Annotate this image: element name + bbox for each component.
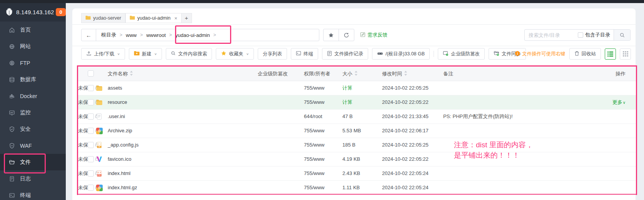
header-note: 备注 [443,67,453,81]
breadcrumb-root[interactable]: 根目录 [101,32,116,38]
file-name[interactable]: _app.config.js [108,138,138,152]
modified-time: 2024-10-02 22:05:24 [382,181,429,195]
file-manager-card: yudao-server yudao-ui-admin × + ← 根目录 > … [72,8,636,200]
sidebar-item-home[interactable]: 首页 [0,22,66,38]
share-list-button[interactable]: 分享列表 [258,48,287,60]
file-name[interactable]: favicon.ico [108,152,131,166]
header-size[interactable]: 大小 [342,67,358,81]
sidebar-item-ftp[interactable]: FTP [0,55,66,71]
breadcrumb-current-dir[interactable]: yudao-ui-admin [175,32,210,38]
size-calc-link[interactable]: 计算 [342,81,352,95]
file-name[interactable]: index.html [108,167,130,180]
file-name[interactable]: assets [108,81,122,95]
info-icon [515,51,520,57]
svg-text:JS: JS [98,146,100,148]
folder-icon [130,15,135,21]
upload-download-button[interactable]: 上传/下载 ∨ [81,48,125,60]
favorite-star-button[interactable] [324,29,339,41]
row-checkbox[interactable] [88,128,94,134]
feedback-link[interactable]: 需求反馈 [360,29,387,41]
refresh-button[interactable] [339,29,354,41]
file-name[interactable]: Archive.zip [108,124,132,138]
file-name[interactable]: .user.ini [108,110,125,123]
message-count-badge[interactable]: 0 [56,8,66,16]
sidebar-item-database[interactable]: 数据库 [0,71,66,88]
tamper-status[interactable]: 未保护 [78,110,636,123]
list-view-button[interactable] [605,48,616,60]
toolbar-right: 文件操作可使用右键 回收站 [515,48,631,60]
search-input[interactable] [525,32,578,38]
sidebar-item-files[interactable]: 文件 [0,154,66,170]
html-file-icon: HTML [96,170,103,177]
favorites-button[interactable]: 收藏夹 ∨ [216,48,254,60]
table-row[interactable]: HTML index.html 未保护 755/www 2.43 KB 2024… [78,167,636,181]
folder-icon [85,15,91,21]
recycle-bin-button[interactable]: 回收站 [569,48,601,60]
header-filename[interactable]: 文件名称 [108,67,133,81]
sidebar-item-waf[interactable]: WAF [0,137,66,154]
permission: 755/www [304,124,324,138]
tamper-status[interactable]: 未保护 [78,138,636,152]
sidebar-item-docker[interactable]: Docker [0,88,66,104]
tamper-proof-button[interactable]: 企业级防篡改 [438,48,485,60]
content-search-button[interactable]: 文件内容搜索 [166,48,212,60]
table-row[interactable]: index.html.gz 未保护 755/www 1.11 KB 2024-1… [78,181,636,195]
trash-icon [574,51,579,57]
tamper-status[interactable]: 未保护 [78,95,636,109]
chevron-down-icon: ∨ [117,52,120,56]
header-mtime[interactable]: 修改时间 [382,67,407,81]
folder-icon [96,85,103,92]
back-button[interactable]: ← [82,29,96,41]
table-row[interactable]: .user.ini 未保护 644/root 47 B 2024-10-02 2… [78,110,636,124]
sort-icon[interactable] [130,67,133,81]
sidebar-item-security[interactable]: 安全 [0,121,66,137]
table-row[interactable]: assets 未保护 755/www 计算 2024-10-02 22:05:2… [78,81,636,95]
row-checkbox[interactable] [88,170,94,177]
note: PS: PHP用户配置文件(防跨站)! [443,110,513,123]
sort-icon[interactable] [354,67,358,81]
row-checkbox[interactable] [88,185,94,191]
row-checkbox[interactable] [88,142,94,148]
breadcrumb-wwwroot[interactable]: wwwroot [146,32,166,38]
table-row[interactable]: JS _app.config.js 未保护 755/www 185 B 2024… [78,138,636,152]
table-row[interactable]: favicon.ico 未保护 755/www 4.19 KB 2024-10-… [78,152,636,167]
sidebar-item-monitor[interactable]: 监控 [0,104,66,121]
row-checkbox[interactable] [88,113,94,120]
website-icon [9,43,15,50]
include-subdir-option[interactable]: 包含子目录 [578,32,614,38]
select-all-checkbox[interactable] [88,70,94,77]
sidebar-item-terminal[interactable]: 终端 [0,187,66,200]
permission: 755/www [304,81,324,95]
row-checkbox[interactable] [88,99,94,105]
sort-icon[interactable] [404,67,407,81]
terminal-button[interactable]: 终端 [291,48,318,60]
close-tab-icon[interactable]: × [174,15,177,21]
table-row[interactable]: Archive.zip 未保护 755/www 5.53 MB 2024-10-… [78,124,636,138]
tab-yudao-ui-admin[interactable]: yudao-ui-admin × [125,13,182,23]
sidebar-item-website[interactable]: 网站 [0,38,66,55]
grid-view-button[interactable] [620,48,631,60]
more-actions-link[interactable]: 更多∨ [612,95,626,110]
table-row[interactable]: resource 未保护 755/www 计算 2024-10-02 22:05… [78,95,636,110]
file-ops-log-button[interactable]: 文件操作记录 [322,48,368,60]
tab-yudao-server[interactable]: yudao-server [81,13,125,23]
chevron-right-icon: > [120,32,122,38]
breadcrumb-www[interactable]: www [126,32,137,38]
file-name[interactable]: index.html.gz [108,181,137,195]
window-top-edge [0,0,644,3]
table-header: 文件名称 企业级防篡改 权限/所有者 大小 修改时间 备注 操作 [78,67,636,81]
permission: 644/root [304,110,322,123]
server-ip[interactable]: 8.149.143.162 [16,9,54,15]
file-name[interactable]: resource [108,95,127,109]
size-calc-link[interactable]: 计算 [342,95,352,109]
row-checkbox[interactable] [88,85,94,91]
search-button[interactable] [614,30,630,40]
sidebar-item-logs[interactable]: 日志 [0,170,66,187]
add-tab-button[interactable]: + [182,13,192,23]
chevron-right-icon: > [140,32,143,38]
include-subdir-checkbox[interactable] [578,32,583,38]
disk-usage-button[interactable]: /(根目录)33.08 GB [372,48,430,60]
row-checkbox[interactable] [88,156,94,162]
tamper-status[interactable]: 未保护 [78,81,636,95]
new-button[interactable]: 新建 ∨ [129,48,162,60]
